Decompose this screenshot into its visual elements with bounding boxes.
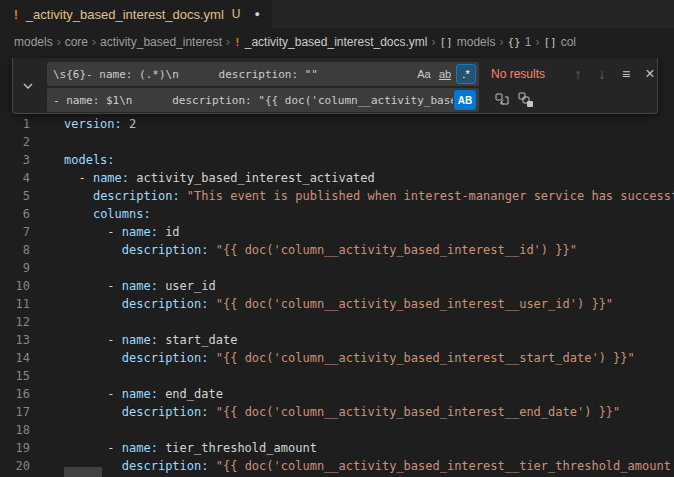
git-status-badge: U (232, 7, 241, 21)
code-line[interactable]: models: (64, 151, 674, 169)
find-row: Aa ab .* No results ↑ ↓ ≡ × (47, 62, 653, 86)
yaml-file-icon: ! (234, 36, 241, 49)
line-number: 8 (0, 241, 30, 259)
code-line[interactable]: description: "{{ doc('column__activity_b… (64, 403, 674, 421)
tab-activity-based-interest-docs[interactable]: ! _activity_based_interest_docs.yml U ● (0, 0, 272, 28)
find-status-text: No results (491, 67, 565, 81)
breadcrumb-separator: › (432, 35, 436, 49)
unsaved-dot-icon[interactable]: ● (255, 9, 260, 19)
line-number: 10 (0, 277, 30, 295)
find-input[interactable] (53, 68, 413, 81)
line-number: 9 (0, 259, 30, 277)
breadcrumb-symbol-col[interactable]: col (561, 35, 576, 49)
code-line[interactable] (64, 313, 674, 331)
replace-all-button[interactable] (515, 89, 537, 111)
line-number: 15 (0, 367, 30, 385)
code-line[interactable]: - name: end_date (64, 385, 674, 403)
code-line[interactable]: - name: tier_threshold_amount (64, 439, 674, 457)
code-line[interactable]: columns: (64, 205, 674, 223)
whole-word-toggle[interactable]: ab (435, 64, 455, 84)
code-line[interactable] (64, 421, 674, 439)
replace-row: AB (47, 88, 653, 112)
code-line[interactable] (64, 259, 674, 277)
line-number: 16 (0, 385, 30, 403)
line-number: 17 (0, 403, 30, 421)
line-number: 19 (0, 439, 30, 457)
breadcrumb-symbol-1[interactable]: 1 (525, 35, 532, 49)
close-find-widget-button[interactable]: × (639, 63, 661, 85)
replace-button[interactable] (491, 89, 513, 111)
line-number: 3 (0, 151, 30, 169)
line-number: 5 (0, 187, 30, 205)
line-number: 18 (0, 421, 30, 439)
code-line[interactable]: - name: user_id (64, 277, 674, 295)
code-line[interactable]: - name: start_date (64, 331, 674, 349)
yaml-file-icon: ! (12, 7, 20, 22)
code-line[interactable]: description: "This event is published wh… (64, 187, 674, 205)
breadcrumb-item-activity-based-interest[interactable]: activity_based_interest (100, 35, 222, 49)
breadcrumb-separator: › (226, 35, 230, 49)
symbol-array-icon: [] (440, 36, 453, 49)
code-line[interactable]: description: "{{ doc('column__activity_b… (64, 241, 674, 259)
scrollbar-slider[interactable] (64, 467, 102, 477)
regex-toggle[interactable]: .* (456, 64, 476, 84)
toggle-replace-chevron-icon[interactable] (13, 58, 43, 113)
symbol-object-icon: {} (507, 36, 520, 49)
line-number: 14 (0, 349, 30, 367)
find-input-box: Aa ab .* (47, 62, 479, 86)
breadcrumb-item-core[interactable]: core (65, 35, 88, 49)
line-number: 12 (0, 313, 30, 331)
find-in-selection-button[interactable]: ≡ (615, 63, 637, 85)
replace-input[interactable] (53, 94, 453, 107)
line-number: 6 (0, 205, 30, 223)
code-line[interactable]: description: "{{ doc('column__activity_b… (64, 295, 674, 313)
line-number: 7 (0, 223, 30, 241)
vscode-window: ! _activity_based_interest_docs.yml U ● … (0, 0, 674, 477)
tab-title: _activity_based_interest_docs.yml (26, 7, 224, 22)
find-widget: Aa ab .* No results ↑ ↓ ≡ × AB (12, 58, 658, 114)
line-number: 1 (0, 115, 30, 133)
breadcrumb-separator: › (92, 35, 96, 49)
breadcrumb-separator: › (499, 35, 503, 49)
match-case-toggle[interactable]: Aa (414, 64, 434, 84)
line-number: 13 (0, 331, 30, 349)
horizontal-scrollbar[interactable] (64, 467, 674, 477)
preserve-case-toggle[interactable]: AB (454, 90, 476, 110)
breadcrumb-separator: › (57, 35, 61, 49)
symbol-array-icon: [] (543, 36, 556, 49)
editor-area: 1234567891011121314151617181920 version:… (0, 56, 674, 477)
line-number: 4 (0, 169, 30, 187)
code-line[interactable]: - name: activity_based_interest_activate… (64, 169, 674, 187)
code-line[interactable]: description: "{{ doc('column__activity_b… (64, 349, 674, 367)
breadcrumb-item-file[interactable]: _activity_based_interest_docs.yml (245, 35, 428, 49)
tab-bar: ! _activity_based_interest_docs.yml U ● (0, 0, 674, 28)
line-number: 2 (0, 133, 30, 151)
replace-input-box: AB (47, 88, 479, 112)
breadcrumb: models › core › activity_based_interest … (0, 28, 674, 56)
code-line[interactable]: version: 2 (64, 115, 674, 133)
code-line[interactable]: - name: id (64, 223, 674, 241)
code-lines: version: 2models: - name: activity_based… (64, 115, 674, 477)
next-match-button[interactable]: ↓ (591, 63, 613, 85)
breadcrumb-symbol-models[interactable]: models (457, 35, 496, 49)
previous-match-button[interactable]: ↑ (567, 63, 589, 85)
gutter: 1234567891011121314151617181920 (0, 115, 30, 475)
breadcrumb-item-models[interactable]: models (14, 35, 53, 49)
code-line[interactable] (64, 133, 674, 151)
code-line[interactable] (64, 367, 674, 385)
line-number: 20 (0, 457, 30, 475)
line-number: 11 (0, 295, 30, 313)
breadcrumb-separator: › (535, 35, 539, 49)
